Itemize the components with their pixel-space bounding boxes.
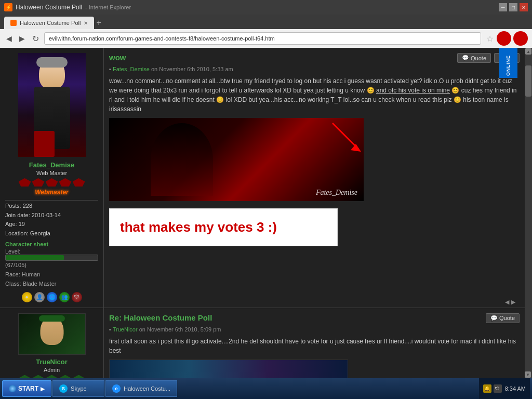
tab-close-button[interactable]: ✕ — [84, 20, 88, 26]
level-progress-fill — [6, 255, 64, 260]
post2-user-title: Admin — [44, 367, 60, 373]
address-bar[interactable] — [44, 32, 481, 45]
ie-icon: e — [112, 384, 121, 393]
page-scrollbar[interactable]: ▲ ▼ — [525, 48, 532, 378]
post2-title: Re: Haloween Costume Poll — [109, 313, 212, 322]
location-value: Georgia — [30, 230, 50, 236]
post1-text: wow...no comment...no comment at all...b… — [109, 76, 520, 114]
title-bar-left: ⚡ Haloween Costume Poll - Internet Explo… — [4, 3, 131, 11]
post1-author-link[interactable]: Fates_Demise — [113, 66, 150, 72]
start-button[interactable]: START ▶ — [2, 380, 51, 397]
level-label: Level: — [5, 248, 98, 255]
shield-icon[interactable]: 🛡 — [72, 292, 82, 302]
location-label: Location: — [5, 230, 29, 236]
post1-image-inner: Fates_Demise — [109, 118, 364, 201]
post1-rank-icons — [19, 178, 85, 187]
tab-favicon — [10, 20, 17, 26]
emoji-2: 😊 — [451, 87, 461, 94]
nav-icon-red2 — [513, 31, 528, 46]
post1-title: wow — [109, 53, 126, 62]
post1-date: on November 6th 2010, 5:33 am — [151, 66, 233, 72]
age-value: 19 — [19, 221, 25, 227]
post-next[interactable]: ▶ — [511, 299, 515, 305]
join-value: 2010-03-14 — [32, 212, 61, 218]
post1-username[interactable]: Fates_Demise — [29, 161, 74, 169]
globe-icon[interactable]: 🌐 — [47, 292, 57, 302]
back-button[interactable]: ◀ — [4, 33, 14, 44]
post1-user-title: Web Master — [36, 170, 67, 176]
taskbar-right: 🔔 🛡 8:34 AM — [479, 378, 530, 399]
big-text: that makes my votes 3 :) — [120, 219, 277, 235]
rank-icon-5 — [73, 178, 85, 187]
post1-meta: ▪ Fates_Demise on November 6th 2010, 5:3… — [109, 66, 520, 72]
maximize-button[interactable]: □ — [509, 3, 517, 11]
webmaster-badge: Webmaster — [35, 189, 68, 196]
post2-text: first ofall soon as i post this ill go a… — [109, 337, 520, 355]
nav-bar: ◀ ▶ ↻ ☆ — [0, 29, 532, 48]
user-profile-icon[interactable]: 👤 — [34, 292, 45, 302]
class-label: Class: — [5, 281, 21, 287]
contact-icon[interactable]: 👥 — [59, 292, 70, 302]
browser-chrome: ⚡ Haloween Costume Poll - Internet Explo… — [0, 0, 532, 48]
post1-avatar — [18, 53, 86, 157]
join-label: Join date: — [5, 212, 30, 218]
race-value: Human — [22, 271, 40, 277]
tab-label: Haloween Costume Poll — [20, 20, 81, 26]
sys-icon-1: 🔔 — [483, 384, 491, 393]
scroll-up-button[interactable]: ▲ — [525, 48, 531, 55]
age-label: Age: — [5, 221, 17, 227]
race-class: Race: Human Class: Blade Master — [5, 270, 98, 288]
post1-bottom-icons: ● 👤 🌐 👥 🛡 — [22, 292, 82, 302]
title-extra: - Internet Explorer — [85, 4, 131, 10]
post2-quote-button[interactable]: 💬 Quote — [486, 313, 520, 323]
rank-icon-2 — [32, 178, 45, 187]
scroll-thumb[interactable] — [525, 65, 531, 97]
bookmark-star[interactable]: ☆ — [486, 34, 494, 44]
skype-icon: S — [59, 384, 68, 393]
rank-icon-1 — [19, 178, 31, 187]
title-text: Haloween Costume Poll — [16, 4, 82, 11]
post-1: ONLINE Fates_Demise Web Master — [0, 48, 525, 308]
post-prev[interactable]: ◀ — [505, 299, 509, 305]
big-text-box: that makes my votes 3 :) — [109, 208, 338, 246]
race-label: Race: — [5, 271, 20, 277]
emoji-3: 😊 — [216, 96, 225, 103]
refresh-button[interactable]: ↻ — [30, 33, 41, 45]
forward-button[interactable]: ▶ — [17, 33, 27, 44]
post2-username[interactable]: TrueNicor — [36, 358, 68, 366]
quote-button[interactable]: 💬 Quote — [457, 53, 491, 63]
post2-avatar — [18, 313, 86, 355]
scroll-down-button[interactable]: ▼ — [525, 371, 531, 378]
taskbar-haloween[interactable]: e Haloween Costu... — [105, 380, 177, 397]
clock-time: 8:34 AM — [505, 385, 526, 392]
post2-meta: ▪ TrueNicor on November 6th 2010, 5:09 p… — [109, 326, 520, 332]
posts-label: Posts: — [5, 203, 21, 209]
close-button[interactable]: ✕ — [520, 3, 528, 11]
haloween-label: Haloween Costu... — [124, 385, 170, 392]
start-orb — [9, 385, 16, 392]
tab-bar: Haloween Costume Poll ✕ + — [0, 15, 532, 29]
taskbar-skype[interactable]: S Skype — [52, 380, 104, 397]
image-watermark: Fates_Demise — [316, 189, 357, 197]
post1-user-sidebar: Fates_Demise Web Master Webmaster Posts:… — [0, 48, 104, 308]
new-tab-button[interactable]: + — [96, 17, 101, 29]
emoji-1: 😊 — [367, 87, 376, 94]
rank-icon-3 — [46, 178, 58, 187]
post1-nav: ◀ ▶ — [505, 299, 515, 305]
post1-user-stats: Posts: 228 Join date: 2010-03-14 Age: 19… — [5, 202, 98, 238]
post2-author-link[interactable]: TrueNicor — [113, 326, 138, 332]
level-value: (67/105) — [5, 262, 98, 268]
post-2: TrueNicor Admin Re: Haloween Costume Pol… — [0, 308, 525, 378]
active-tab[interactable]: Haloween Costume Poll ✕ — [4, 17, 94, 29]
char-sheet-label: Character sheet — [5, 241, 98, 247]
title-favicon: ⚡ — [4, 3, 12, 11]
window-controls: ─ □ ✕ — [499, 3, 528, 11]
post1-image: Fates_Demise — [109, 118, 364, 201]
gold-icon[interactable]: ● — [22, 292, 32, 302]
post2-bullet: ▪ — [109, 326, 111, 332]
nav-icons — [497, 31, 528, 46]
online-ribbon: ONLINE — [499, 48, 517, 78]
post-bullet: ▪ — [109, 66, 111, 72]
minimize-button[interactable]: ─ — [499, 3, 507, 11]
page-content: ONLINE Fates_Demise Web Master — [0, 48, 532, 378]
